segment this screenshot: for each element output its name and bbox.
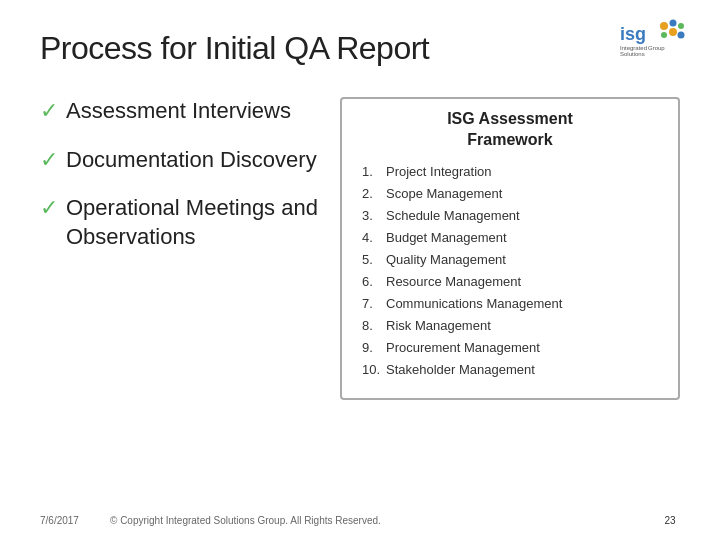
list-item: 6. Resource Management <box>362 271 658 293</box>
left-column: ✓ Assessment Interviews ✓ Documentation … <box>40 97 320 271</box>
svg-point-5 <box>669 28 677 36</box>
check-text-2: Documentation Discovery <box>66 146 317 175</box>
check-item-2: ✓ Documentation Discovery <box>40 146 320 175</box>
svg-point-3 <box>678 23 684 29</box>
framework-box: ISG Assessment Framework 1. Project Inte… <box>340 97 680 400</box>
svg-point-4 <box>661 32 667 38</box>
footer-copyright: © Copyright Integrated Solutions Group. … <box>110 515 640 526</box>
footer-date: 7/6/2017 <box>40 515 90 526</box>
checkmark-2: ✓ <box>40 146 58 175</box>
slide: isg Integrated Solutions Group Process f… <box>0 0 720 540</box>
svg-text:Group: Group <box>648 45 665 51</box>
svg-point-2 <box>670 20 677 27</box>
list-item: 2. Scope Management <box>362 183 658 205</box>
list-item: 10. Stakeholder Management <box>362 359 658 381</box>
list-item: 8. Risk Management <box>362 315 658 337</box>
footer-page: 23 <box>660 515 680 526</box>
framework-title: ISG Assessment Framework <box>362 109 658 151</box>
logo-area: isg Integrated Solutions Group <box>618 18 690 60</box>
framework-list: 1. Project Integration 2. Scope Manageme… <box>362 161 658 382</box>
svg-text:Solutions: Solutions <box>620 51 645 56</box>
svg-point-1 <box>660 22 668 30</box>
checkmark-3: ✓ <box>40 194 58 223</box>
footer: 7/6/2017 © Copyright Integrated Solution… <box>40 515 680 526</box>
check-text-1: Assessment Interviews <box>66 97 291 126</box>
list-item: 7. Communications Management <box>362 293 658 315</box>
svg-text:isg: isg <box>620 24 646 44</box>
check-text-3: Operational Meetings and Observations <box>66 194 320 251</box>
list-item: 3. Schedule Management <box>362 205 658 227</box>
isg-logo: isg Integrated Solutions Group <box>618 18 690 56</box>
check-item-3: ✓ Operational Meetings and Observations <box>40 194 320 251</box>
check-item-1: ✓ Assessment Interviews <box>40 97 320 126</box>
svg-point-6 <box>678 32 685 39</box>
list-item: 5. Quality Management <box>362 249 658 271</box>
list-item: 4. Budget Management <box>362 227 658 249</box>
list-item: 1. Project Integration <box>362 161 658 183</box>
content-area: ✓ Assessment Interviews ✓ Documentation … <box>40 97 680 400</box>
right-column: ISG Assessment Framework 1. Project Inte… <box>340 97 680 400</box>
list-item: 9. Procurement Management <box>362 337 658 359</box>
page-title: Process for Initial QA Report <box>40 30 680 67</box>
checkmark-1: ✓ <box>40 97 58 126</box>
